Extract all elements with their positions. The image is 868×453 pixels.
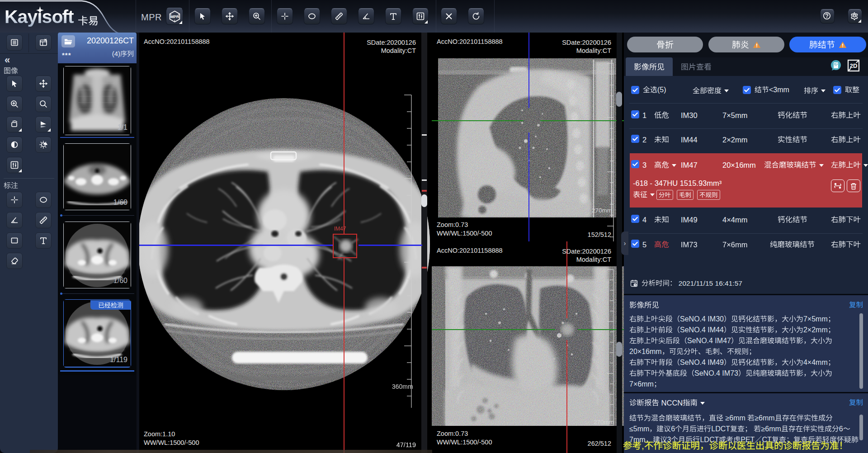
svg-text:270mm: 270mm: [594, 419, 614, 425]
svg-text:2D: 2D: [850, 62, 858, 69]
svg-text:270mm: 270mm: [592, 207, 612, 214]
svg-text:MPR: MPR: [170, 14, 179, 19]
svg-text:360mm: 360mm: [392, 383, 413, 390]
